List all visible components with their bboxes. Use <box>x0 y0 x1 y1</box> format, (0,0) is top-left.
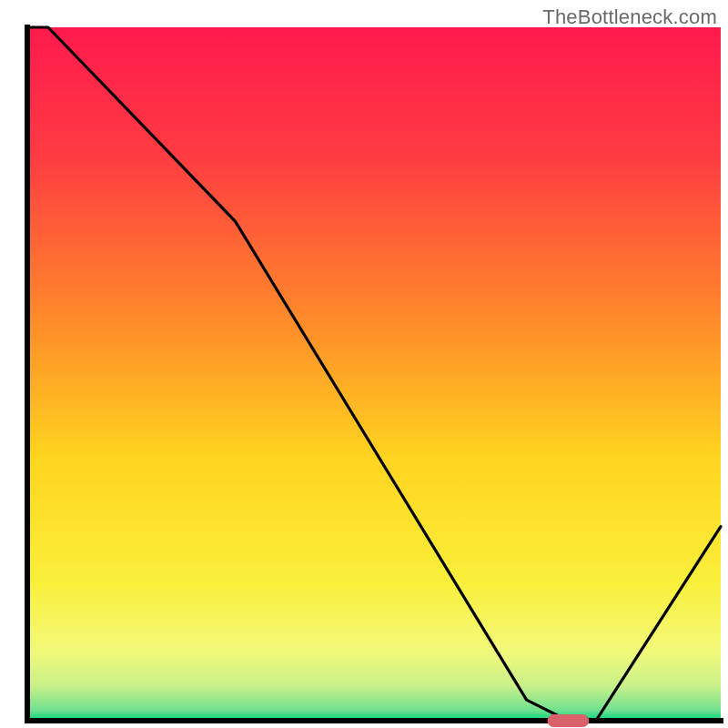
bottleneck-chart <box>0 0 728 728</box>
plot-background <box>27 27 721 721</box>
optimal-marker <box>548 714 590 727</box>
chart-container: TheBottleneck.com <box>0 0 728 728</box>
